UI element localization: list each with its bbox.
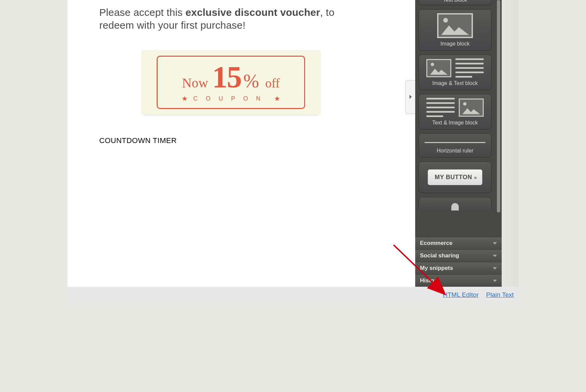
chevron-down-icon [493,242,497,245]
sidebar-accordion: Ecommerce Social sharing My snippets His… [415,237,502,287]
accordion-label: My snippets [420,265,453,272]
sample-button: MY BUTTON » [428,169,483,185]
intro-text: Please accept this exclusive discount vo… [99,6,363,31]
svg-marker-1 [441,26,469,35]
star-icon: ★ [182,94,188,103]
accordion-history[interactable]: History [415,274,502,287]
tile-label: Image block [441,41,470,47]
sidebar: Text block Image block [415,0,518,287]
tile-label: Horizontal ruler [437,148,473,154]
horizontal-ruler-icon [425,142,485,143]
intro-pre: Please accept this [99,7,186,18]
image-icon [426,13,484,38]
button-label: MY BUTTON [435,174,472,181]
coupon-inner: Now 15 % off ★ COUPON ★ [157,56,305,109]
svg-marker-0 [409,95,412,99]
countdown-timer-block[interactable]: COUNTDOWN TIMER [99,136,177,145]
accordion-label: Social sharing [420,252,459,259]
coupon-percent: % [243,70,259,92]
tile-label: Image & Text block [432,80,478,86]
panel-collapse-toggle[interactable] [405,80,415,114]
coupon-main-line: Now 15 % off [182,62,280,92]
coupon-off: off [265,76,280,90]
chevron-right-icon [409,94,412,100]
chevron-down-icon [493,280,497,282]
plain-text-link[interactable]: Plain Text [486,291,514,299]
coupon-amount: 15 [212,62,241,92]
blocks-panel[interactable]: Text block Image block [415,0,502,237]
coupon-label: COUPON [193,95,268,102]
accordion-social-sharing[interactable]: Social sharing [415,249,502,262]
coupon-ticket[interactable]: Now 15 % off ★ COUPON ★ [143,50,319,114]
coupon-now: Now [182,75,208,91]
tile-horizontal-ruler[interactable]: Horizontal ruler [419,134,491,158]
coupon-container: Now 15 % off ★ COUPON ★ [99,50,363,114]
svg-marker-2 [430,68,448,75]
avatar-icon [451,203,459,211]
email-content: Please accept this exclusive discount vo… [99,0,363,114]
scrollbar-thumb[interactable] [497,0,500,213]
tile-text-block[interactable]: Text block [419,0,491,5]
footer-bar: HTML Editor Plain Text [68,287,518,303]
coupon-label-row: ★ COUPON ★ [180,94,281,103]
double-chevron-right-icon: » [474,175,476,180]
star-icon: ★ [274,94,280,103]
tile-image-text-block[interactable]: Image & Text block [419,55,491,90]
chevron-down-icon [493,255,497,257]
email-canvas[interactable]: Please accept this exclusive discount vo… [68,0,415,287]
tile-next-peek[interactable] [419,197,491,209]
tile-label: Text block [443,0,467,3]
sidebar-gutter [502,0,518,287]
text-image-icon [426,98,484,117]
html-editor-link[interactable]: HTML Editor [443,291,479,299]
app-root: Please accept this exclusive discount vo… [68,0,518,303]
tile-label: Text & Image block [432,120,478,126]
accordion-my-snippets[interactable]: My snippets [415,262,502,274]
svg-marker-3 [462,108,480,114]
accordion-ecommerce[interactable]: Ecommerce [415,237,502,249]
tile-button[interactable]: MY BUTTON » [419,162,491,193]
chevron-down-icon [493,267,497,270]
tile-image-block[interactable]: Image block [419,9,491,51]
blocks-scrollbar[interactable] [496,0,501,237]
tile-text-image-block[interactable]: Text & Image block [419,94,491,130]
intro-bold: exclusive discount voucher [186,7,320,18]
accordion-label: Ecommerce [420,240,452,247]
image-text-icon [426,58,484,78]
accordion-label: History [420,277,440,284]
